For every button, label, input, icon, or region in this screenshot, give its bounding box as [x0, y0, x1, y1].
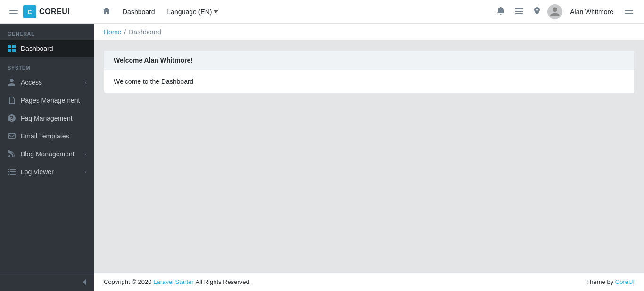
file-icon	[8, 96, 16, 105]
sidebar-system-label: SYSTEM	[0, 57, 94, 73]
logo-area: C COREUI	[7, 4, 94, 19]
svg-rect-0	[9, 8, 18, 8]
username-label: Alan Whitmore	[570, 8, 613, 16]
footer-theme-link[interactable]: CoreUI	[615, 278, 635, 285]
question-icon	[8, 114, 16, 122]
svg-rect-6	[515, 11, 523, 12]
chevron-left-icon-log: ‹	[85, 169, 87, 175]
footer-copyright: Copyright © 2020 Laravel Starter All Rig…	[104, 278, 251, 285]
svg-rect-15	[10, 171, 16, 172]
topnav: C COREUI Dashboard Language (EN)	[0, 0, 644, 24]
svg-rect-16	[8, 174, 9, 175]
sidebar: GENERAL Dashboard SYSTEM Access ‹	[0, 24, 94, 291]
sidebar-item-dashboard-label: Dashboard	[21, 45, 53, 52]
breadcrumb-home-link[interactable]: Home	[104, 28, 121, 36]
svg-rect-12	[8, 169, 9, 170]
svg-text:C: C	[27, 8, 32, 15]
card-body: Welcome to the Dashboard	[104, 70, 634, 93]
sidebar-item-email-label: Email Templates	[21, 132, 69, 140]
svg-rect-5	[515, 8, 523, 9]
breadcrumb-separator: /	[124, 28, 126, 36]
coreui-logo-icon: C	[23, 5, 36, 18]
dashboard-icon	[8, 44, 16, 53]
svg-rect-8	[625, 8, 633, 8]
chevron-left-icon: ‹	[85, 80, 87, 85]
sidebar-item-faq-label: Faq Management	[21, 114, 73, 122]
svg-rect-7	[515, 13, 523, 14]
chevron-left-icon-blog: ‹	[85, 151, 87, 157]
footer-product-link[interactable]: Laravel Starter	[153, 278, 193, 285]
sidebar-collapse-button[interactable]	[0, 273, 94, 291]
list-icon	[8, 168, 16, 176]
breadcrumb: Home / Dashboard	[94, 24, 644, 41]
avatar	[547, 4, 562, 19]
footer-theme: Theme by CoreUI	[586, 278, 635, 285]
sidebar-general-label: GENERAL	[0, 24, 94, 40]
sidebar-item-access[interactable]: Access ‹	[0, 73, 94, 91]
sidebar-item-logviewer-label: Log Viewer	[21, 168, 54, 176]
email-icon	[8, 132, 16, 140]
hamburger-button[interactable]	[7, 4, 20, 19]
brand-name: COREUI	[39, 8, 70, 16]
language-label: Language (EN)	[167, 8, 212, 16]
sidebar-item-blog-label: Blog Management	[21, 150, 74, 158]
footer-theme-label: Theme by	[586, 278, 615, 285]
footer: Copyright © 2020 Laravel Starter All Rig…	[94, 272, 644, 291]
person-icon	[8, 78, 16, 87]
sidebar-item-faq-management[interactable]: Faq Management	[0, 109, 94, 127]
svg-rect-14	[8, 171, 9, 172]
chevron-down-icon	[214, 10, 218, 13]
home-button[interactable]	[99, 5, 114, 18]
user-menu-button[interactable]	[621, 5, 637, 18]
sidebar-item-blog-management[interactable]: Blog Management ‹	[0, 145, 94, 163]
breadcrumb-current: Dashboard	[129, 28, 161, 36]
dashboard-nav-link[interactable]: Dashboard	[119, 6, 159, 18]
svg-rect-1	[9, 10, 18, 11]
rss-icon	[8, 150, 16, 158]
footer-rights-text: All Rights Reserved.	[196, 278, 251, 285]
svg-rect-2	[9, 13, 18, 14]
svg-rect-17	[10, 174, 16, 175]
sidebar-item-log-viewer[interactable]: Log Viewer ‹	[0, 163, 94, 181]
nav-icons-group: Alan Whitmore	[494, 4, 637, 19]
sidebar-item-access-label: Access	[21, 79, 42, 86]
sidebar-item-pages-label: Pages Management	[21, 97, 80, 104]
footer-copyright-text: Copyright © 2020	[104, 278, 151, 285]
welcome-card: Welcome Alan Whitmore! Welcome to the Da…	[104, 50, 635, 93]
notification-bell-button[interactable]	[494, 5, 508, 19]
svg-rect-9	[625, 10, 633, 11]
svg-rect-13	[10, 169, 16, 170]
svg-rect-10	[625, 13, 633, 14]
sidebar-item-email-templates[interactable]: Email Templates	[0, 127, 94, 145]
location-button[interactable]	[530, 5, 544, 19]
card-header: Welcome Alan Whitmore!	[104, 51, 634, 70]
main-content: Welcome Alan Whitmore! Welcome to the Da…	[94, 41, 644, 272]
sidebar-item-pages-management[interactable]: Pages Management	[0, 91, 94, 109]
list-view-button[interactable]	[512, 5, 527, 18]
sidebar-item-dashboard[interactable]: Dashboard	[0, 40, 94, 57]
svg-point-11	[8, 155, 10, 157]
language-selector[interactable]: Language (EN)	[164, 6, 223, 18]
